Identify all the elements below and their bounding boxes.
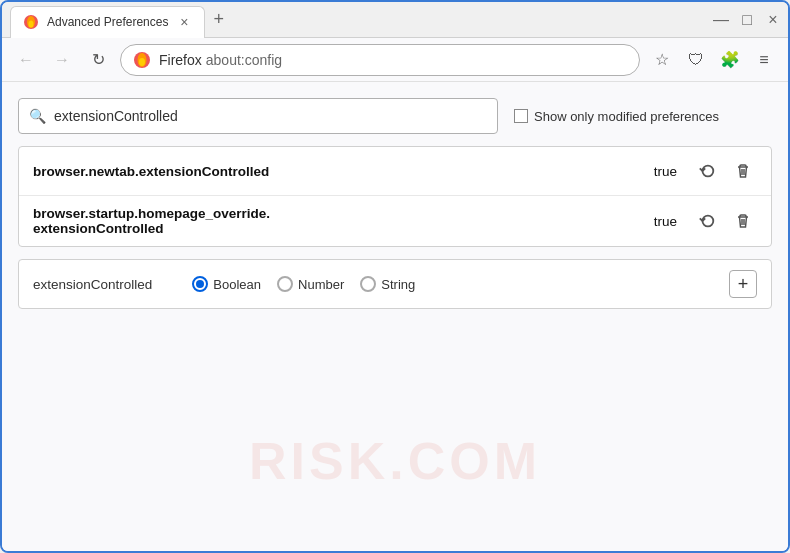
delete-button-1[interactable] bbox=[729, 157, 757, 185]
address-bar[interactable]: Firefox about:config bbox=[120, 44, 640, 76]
number-radio[interactable] bbox=[277, 276, 293, 292]
shield-icon[interactable]: 🛡 bbox=[682, 46, 710, 74]
results-table: browser.newtab.extensionControlled true bbox=[18, 146, 772, 247]
window-controls: — □ × bbox=[714, 13, 780, 27]
title-bar: Advanced Preferences × + — □ × bbox=[2, 2, 788, 38]
address-text: Firefox about:config bbox=[159, 52, 282, 68]
new-pref-key: extensionControlled bbox=[33, 277, 152, 292]
new-tab-button[interactable]: + bbox=[205, 9, 232, 30]
string-radio[interactable] bbox=[360, 276, 376, 292]
result-actions-1 bbox=[693, 157, 757, 185]
browser-tab[interactable]: Advanced Preferences × bbox=[10, 6, 205, 38]
watermark: RISK.COM bbox=[249, 431, 541, 491]
search-input[interactable] bbox=[54, 108, 487, 124]
result-value-2: true bbox=[654, 214, 677, 229]
modified-only-checkbox[interactable] bbox=[514, 109, 528, 123]
string-label: String bbox=[381, 277, 415, 292]
modified-only-label: Show only modified preferences bbox=[534, 109, 719, 124]
menu-icon[interactable]: ≡ bbox=[750, 46, 778, 74]
search-row: 🔍 Show only modified preferences bbox=[18, 98, 772, 134]
result-value-1: true bbox=[654, 164, 677, 179]
delete-button-2[interactable] bbox=[729, 207, 757, 235]
tab-title: Advanced Preferences bbox=[47, 15, 168, 29]
boolean-label: Boolean bbox=[213, 277, 261, 292]
refresh-button[interactable]: ↻ bbox=[84, 46, 112, 74]
result-actions-2 bbox=[693, 207, 757, 235]
search-icon: 🔍 bbox=[29, 108, 46, 124]
main-content: RISK.COM 🔍 Show only modified preference… bbox=[2, 82, 788, 551]
table-row: browser.startup.homepage_override. exten… bbox=[19, 196, 771, 246]
add-preference-row: extensionControlled Boolean Number bbox=[18, 259, 772, 309]
address-url: about:config bbox=[206, 52, 282, 68]
modified-only-checkbox-label[interactable]: Show only modified preferences bbox=[514, 109, 719, 124]
site-name: Firefox bbox=[159, 52, 202, 68]
firefox-icon bbox=[133, 51, 151, 69]
boolean-radio-inner bbox=[196, 280, 204, 288]
maximize-button[interactable]: □ bbox=[740, 13, 754, 27]
string-radio-label[interactable]: String bbox=[360, 276, 415, 292]
tab-favicon bbox=[23, 14, 39, 30]
result-key-2: browser.startup.homepage_override. exten… bbox=[33, 206, 654, 236]
result-key-1: browser.newtab.extensionControlled bbox=[33, 164, 654, 179]
svg-point-2 bbox=[29, 21, 34, 28]
boolean-radio[interactable] bbox=[192, 276, 208, 292]
search-box[interactable]: 🔍 bbox=[18, 98, 498, 134]
number-radio-label[interactable]: Number bbox=[277, 276, 344, 292]
table-row: browser.newtab.extensionControlled true bbox=[19, 147, 771, 196]
browser-window: Advanced Preferences × + — □ × ← → ↻ Fir… bbox=[0, 0, 790, 553]
extension-icon[interactable]: 🧩 bbox=[716, 46, 744, 74]
navigation-bar: ← → ↻ Firefox about:config ☆ 🛡 🧩 ≡ bbox=[2, 38, 788, 82]
boolean-radio-label[interactable]: Boolean bbox=[192, 276, 261, 292]
minimize-button[interactable]: — bbox=[714, 13, 728, 27]
tab-close-button[interactable]: × bbox=[176, 14, 192, 30]
number-label: Number bbox=[298, 277, 344, 292]
close-button[interactable]: × bbox=[766, 13, 780, 27]
back-button[interactable]: ← bbox=[12, 46, 40, 74]
reset-button-1[interactable] bbox=[693, 157, 721, 185]
forward-button[interactable]: → bbox=[48, 46, 76, 74]
type-radio-group: Boolean Number String bbox=[192, 276, 415, 292]
bookmark-icon[interactable]: ☆ bbox=[648, 46, 676, 74]
reset-button-2[interactable] bbox=[693, 207, 721, 235]
add-preference-button[interactable]: + bbox=[729, 270, 757, 298]
svg-point-5 bbox=[139, 58, 145, 66]
toolbar-icons: ☆ 🛡 🧩 ≡ bbox=[648, 46, 778, 74]
